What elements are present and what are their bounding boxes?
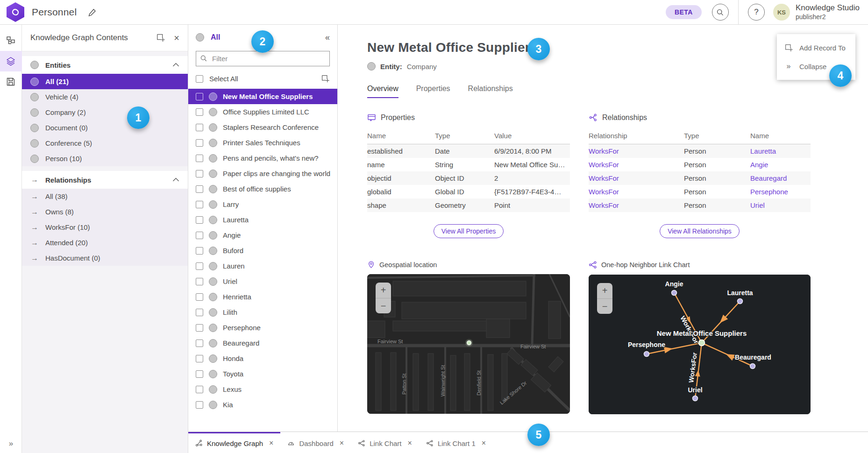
entity-record-item[interactable]: Lauretta bbox=[188, 212, 337, 227]
help-button[interactable]: ? bbox=[748, 4, 765, 21]
sidebar-entity-item[interactable]: Document (0) bbox=[22, 120, 188, 135]
sidebar-relationship-item[interactable]: → HasDocument (0) bbox=[22, 250, 188, 266]
record-checkbox[interactable] bbox=[196, 278, 203, 285]
node-lauretta[interactable] bbox=[738, 299, 743, 304]
rail-schema-button[interactable] bbox=[0, 30, 22, 51]
entity-record-item[interactable]: Beauregard bbox=[188, 335, 337, 351]
sidebar-relationship-item[interactable]: → Owns (8) bbox=[22, 204, 188, 219]
sidebar-relationship-item[interactable]: → Attended (20) bbox=[22, 235, 188, 250]
entities-section-header[interactable]: Entities bbox=[22, 56, 188, 74]
tab-link-chart-1[interactable]: Link Chart 1 × bbox=[419, 432, 493, 453]
entity-record-item[interactable]: Toyota bbox=[188, 366, 337, 382]
entity-record-item[interactable]: Lilith bbox=[188, 304, 337, 320]
entity-record-item[interactable]: Uriel bbox=[188, 274, 337, 289]
node-uriel[interactable] bbox=[693, 396, 698, 401]
entity-record-item[interactable]: Larry bbox=[188, 197, 337, 212]
record-checkbox[interactable] bbox=[196, 386, 203, 393]
expand-rail-icon[interactable]: » bbox=[0, 439, 22, 448]
relationships-section-header[interactable]: → Relationships bbox=[22, 171, 188, 189]
record-checkbox[interactable] bbox=[196, 293, 203, 301]
sidebar-relationship-item[interactable]: → WorksFor (10) bbox=[22, 219, 188, 235]
entity-record-item[interactable]: Persephone bbox=[188, 320, 337, 335]
entity-record-item[interactable]: Pens and pencils, what's new? bbox=[188, 150, 337, 166]
relationship-link[interactable]: WorksFor bbox=[589, 147, 619, 155]
close-tab-icon[interactable]: × bbox=[340, 439, 344, 447]
entity-record-item[interactable]: Staplers Research Conference bbox=[188, 120, 337, 135]
record-checkbox[interactable] bbox=[196, 124, 203, 131]
collapse-panel-icon[interactable]: « bbox=[325, 33, 330, 42]
related-entity-link[interactable]: Lauretta bbox=[750, 147, 776, 155]
tab-properties[interactable]: Properties bbox=[416, 85, 450, 98]
record-checkbox[interactable] bbox=[196, 247, 203, 255]
add-to-new-icon[interactable] bbox=[321, 74, 330, 83]
record-checkbox[interactable] bbox=[196, 216, 203, 224]
close-tab-icon[interactable]: × bbox=[408, 439, 412, 447]
rail-save-button[interactable] bbox=[0, 71, 22, 92]
sidebar-entity-item[interactable]: Vehicle (4) bbox=[22, 89, 188, 105]
sidebar-entity-item[interactable]: Company (2) bbox=[22, 105, 188, 120]
edit-title-pencil-icon[interactable] bbox=[88, 8, 97, 17]
entity-record-item[interactable]: Lauren bbox=[188, 258, 337, 274]
record-checkbox[interactable] bbox=[196, 185, 203, 193]
sidebar-entity-item[interactable]: Conference (5) bbox=[22, 135, 188, 151]
record-checkbox[interactable] bbox=[196, 139, 203, 147]
record-checkbox[interactable] bbox=[196, 355, 203, 362]
entity-record-item[interactable]: Best of office supplies bbox=[188, 181, 337, 197]
related-entity-link[interactable]: Uriel bbox=[750, 201, 765, 209]
user-avatar[interactable]: KS bbox=[773, 4, 790, 21]
record-checkbox[interactable] bbox=[196, 340, 203, 347]
zoom-in-button[interactable]: + bbox=[597, 283, 612, 298]
geospatial-map[interactable]: + − bbox=[367, 274, 570, 414]
record-checkbox[interactable] bbox=[196, 309, 203, 316]
record-checkbox[interactable] bbox=[196, 155, 203, 162]
record-checkbox[interactable] bbox=[196, 232, 203, 239]
related-entity-link[interactable]: Persephone bbox=[750, 188, 788, 196]
node-beauregard[interactable] bbox=[750, 364, 755, 369]
close-tab-icon[interactable]: × bbox=[482, 439, 486, 447]
view-all-relationships-button[interactable]: View All Relationships bbox=[660, 224, 740, 238]
record-checkbox[interactable] bbox=[196, 370, 203, 378]
add-to-new-icon[interactable] bbox=[156, 33, 165, 42]
filter-input[interactable] bbox=[196, 51, 330, 66]
zoom-in-button[interactable]: + bbox=[376, 283, 391, 298]
tab-link-chart[interactable]: Link Chart × bbox=[351, 432, 419, 453]
record-checkbox[interactable] bbox=[196, 201, 203, 208]
entity-record-item[interactable]: Printer Sales Techniques bbox=[188, 135, 337, 150]
entity-record-item[interactable]: Office Supplies Limited LLC bbox=[188, 104, 337, 120]
menu-item-add-record-to[interactable]: Add Record To bbox=[777, 38, 855, 57]
view-all-properties-button[interactable]: View All Properties bbox=[434, 224, 504, 238]
rail-contents-button[interactable] bbox=[0, 51, 22, 71]
zoom-out-button[interactable]: − bbox=[597, 298, 612, 314]
relationship-link[interactable]: WorksFor bbox=[589, 161, 619, 169]
related-entity-link[interactable]: Beauregard bbox=[750, 174, 787, 182]
tab-dashboard[interactable]: Dashboard × bbox=[280, 432, 351, 453]
entity-record-item[interactable]: Honda bbox=[188, 351, 337, 366]
tab-knowledge-graph[interactable]: Knowledge Graph × bbox=[188, 432, 280, 453]
record-checkbox[interactable] bbox=[196, 262, 203, 270]
entity-record-item[interactable]: New Metal Office Suppliers bbox=[188, 89, 337, 104]
entity-record-item[interactable]: Kia bbox=[188, 397, 337, 412]
relationship-link[interactable]: WorksFor bbox=[589, 188, 619, 196]
relationship-link[interactable]: WorksFor bbox=[589, 174, 619, 182]
related-entity-link[interactable]: Angie bbox=[750, 161, 768, 169]
record-checkbox[interactable] bbox=[196, 108, 203, 116]
zoom-out-button[interactable]: − bbox=[376, 298, 391, 313]
search-button[interactable] bbox=[712, 4, 729, 21]
record-checkbox[interactable] bbox=[196, 324, 203, 332]
entity-record-item[interactable]: Paper clips are changing the world bbox=[188, 166, 337, 181]
sidebar-relationship-item[interactable]: → All (38) bbox=[22, 189, 188, 204]
user-info[interactable]: Knowledge Studio publisher2 bbox=[796, 3, 860, 21]
close-panel-icon[interactable]: × bbox=[174, 33, 179, 42]
relationship-link[interactable]: WorksFor bbox=[589, 201, 619, 209]
entity-record-item[interactable]: Lexus bbox=[188, 382, 337, 397]
node-center[interactable] bbox=[699, 340, 705, 346]
node-angie[interactable] bbox=[672, 290, 677, 296]
record-checkbox[interactable] bbox=[196, 170, 203, 177]
entity-record-item[interactable]: Henrietta bbox=[188, 289, 337, 304]
tab-overview[interactable]: Overview bbox=[367, 85, 398, 98]
close-tab-icon[interactable]: × bbox=[269, 439, 273, 447]
record-checkbox[interactable] bbox=[196, 93, 203, 100]
record-checkbox[interactable] bbox=[196, 401, 203, 409]
tab-relationships[interactable]: Relationships bbox=[468, 85, 513, 98]
one-hop-link-chart[interactable]: + − bbox=[589, 275, 811, 414]
